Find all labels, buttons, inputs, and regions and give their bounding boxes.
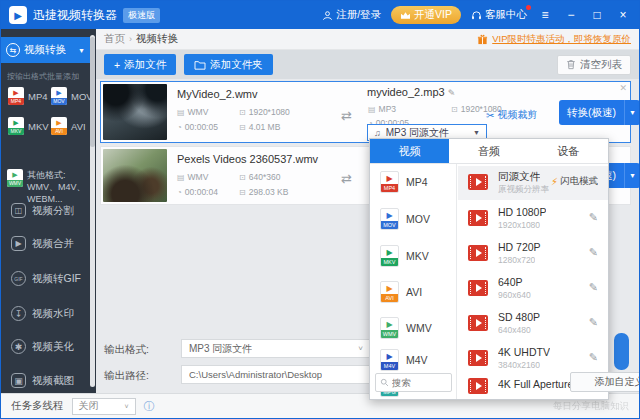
other-formats-file-icon: ▶WMV <box>7 169 23 187</box>
vip-promo-link[interactable]: VIP限时特惠活动，即将恢复原价 <box>477 33 631 46</box>
minimize-button[interactable]: − <box>563 8 579 22</box>
preset-sd-480p[interactable]: SD 480P 640x480 ✎ <box>458 307 608 341</box>
lightning-icon: ⚡ <box>551 176 558 187</box>
sidebar-format-mp4[interactable]: ▶MP4 MP4 <box>8 87 48 105</box>
app-logo-icon: ▶ <box>9 6 27 24</box>
merge-icon: ▶ <box>11 236 26 251</box>
output-path-field[interactable]: C:\Users\Administrator\Desktop <box>181 365 371 384</box>
sidebar-item-video-convert[interactable]: ⇆ 视频转换 ▼ <box>1 37 90 63</box>
file-1-source-size: ⊟4.01 MB <box>239 122 280 132</box>
preset-640p[interactable]: 640P 960x640 ✎ <box>458 272 608 306</box>
user-icon <box>322 10 333 21</box>
tab-audio[interactable]: 音频 <box>449 139 528 163</box>
file-2-source-resolution: ⊡640*360 <box>239 172 280 182</box>
video-trim-button[interactable]: ✂ 视频裁剪 <box>486 108 537 122</box>
resolution-icon: ⊡ <box>451 105 458 114</box>
breadcrumb-home[interactable]: 首页 <box>104 32 125 46</box>
format-item-wmv[interactable]: ▶WMV WMV <box>380 317 432 339</box>
format-item-m4v[interactable]: ▶M4V M4V <box>380 349 428 371</box>
convert-button[interactable]: 转换(极速) ▼ <box>559 100 640 125</box>
video-preset-icon <box>468 174 488 190</box>
sidebar-scrollbar-thumb[interactable] <box>90 37 95 147</box>
add-folder-button[interactable]: 添加文件夹 <box>184 54 273 75</box>
music-note-icon: ♫ <box>374 128 381 138</box>
clear-list-button[interactable]: 清空列表 <box>557 55 631 75</box>
add-custom-preset-button[interactable]: 添加自定义设置 <box>570 372 640 392</box>
output-format-select[interactable]: MP3 同源文件 ˅ <box>181 339 371 358</box>
list-toolbar: + 添加文件 添加文件夹 清空列表 <box>96 50 639 79</box>
sidebar-format-mov[interactable]: ▶MOV MOV <box>51 87 93 105</box>
rename-icon[interactable]: ✎ <box>448 88 456 98</box>
resolution-icon: ⊡ <box>239 108 246 117</box>
format-item-avi[interactable]: ▶AVI AVI <box>380 281 422 303</box>
info-icon[interactable]: ⓘ <box>144 399 155 414</box>
edit-preset-icon[interactable]: ✎ <box>589 211 598 224</box>
sidebar-item-video-to-gif[interactable]: GIF 视频转GIF <box>11 271 81 286</box>
file-2-source-name: Pexels Videos 2360537.wmv <box>177 153 362 165</box>
format-search[interactable] <box>375 373 452 392</box>
file-2-source-size: ⊟298.03 KB <box>239 187 288 197</box>
preset-4k-uhdtv[interactable]: 4K UHDTV 3840x2160 ✎ <box>458 342 608 376</box>
clock-icon: ◔ <box>177 188 182 197</box>
preset-hd-720p[interactable]: HD 720P 1280x720 ✎ <box>458 237 608 271</box>
breadcrumb-separator: › <box>129 34 132 44</box>
remove-file-icon[interactable]: ✕ <box>619 83 627 93</box>
list-scrollbar-thumb[interactable] <box>614 333 629 370</box>
close-button[interactable]: × <box>615 8 631 22</box>
edit-preset-icon[interactable]: ✎ <box>589 351 598 364</box>
sidebar-item-video-split[interactable]: ◫ 视频分割 <box>11 203 74 218</box>
size-icon: ⊟ <box>239 123 246 132</box>
gift-icon <box>477 34 488 45</box>
avi-file-icon: ▶AVI <box>380 281 399 303</box>
sidebar-section-label: 按输出格式批量添加 <box>7 71 79 82</box>
preset-same-source[interactable]: 同源文件 原视频分辨率 ⚡闪电模式 ✎ <box>458 166 608 200</box>
add-file-button[interactable]: + 添加文件 <box>104 54 176 75</box>
file-row-1[interactable]: MyVideo_2.wmv ▤WMV ⊡1920*1080 ◔00:00:05 … <box>100 81 631 143</box>
edit-preset-icon[interactable]: ✎ <box>589 175 598 188</box>
sidebar-item-video-watermark[interactable]: ↧ 视频水印 <box>11 306 74 321</box>
avi-file-icon: ▶AVI <box>51 117 67 135</box>
file-2-source-duration: ◔00:00:04 <box>177 187 218 197</box>
edit-preset-icon[interactable]: ✎ <box>589 281 598 294</box>
sidebar-item-video-snapshot[interactable]: ▣ 视频截图 <box>11 373 74 388</box>
format-item-mp4[interactable]: ▶MP4 MP4 <box>380 171 428 193</box>
snapshot-icon: ▣ <box>11 373 26 388</box>
sidebar-item-video-beautify[interactable]: ✱ 视频美化 <box>11 339 74 354</box>
multithread-select[interactable]: 关闭 ˅ <box>72 398 136 415</box>
open-vip-button[interactable]: 开通VIP <box>391 6 461 24</box>
plus-icon: + <box>114 59 120 71</box>
breadcrumb: 首页 › 视频转换 VIP限时特惠活动，即将恢复原价 <box>96 29 639 50</box>
titlebar: ▶ 迅捷视频转换器 极速版 注册/登录 开通VIP 客服中心 ≡ − □ × <box>1 1 639 29</box>
sidebar-format-mkv[interactable]: ▶MKV MKV <box>8 117 49 135</box>
tab-device[interactable]: 设备 <box>529 139 608 163</box>
sidebar-format-avi[interactable]: ▶AVI AVI <box>51 117 86 135</box>
app-title: 迅捷视频转换器 <box>33 7 117 24</box>
format-icon: ▤ <box>177 173 185 182</box>
sidebar-item-video-merge[interactable]: ▶ 视频合并 <box>11 236 74 251</box>
preset-list: 同源文件 原视频分辨率 ⚡闪电模式 ✎ HD 1080P 1920x1080 ✎… <box>458 164 608 399</box>
file-1-source-duration: ◔00:00:05 <box>177 122 218 132</box>
video-preset-icon <box>468 210 488 226</box>
convert-options-arrow[interactable]: ▼ <box>624 100 640 125</box>
convert-options-arrow[interactable]: ▼ <box>624 163 640 188</box>
login-button[interactable]: 注册/登录 <box>322 8 381 22</box>
app-window: ▶ 迅捷视频转换器 极速版 注册/登录 开通VIP 客服中心 ≡ − □ × <box>0 0 640 419</box>
notification-dot <box>526 5 531 10</box>
mp4-file-icon: ▶MP4 <box>8 87 24 105</box>
preset-hd-1080p[interactable]: HD 1080P 1920x1080 ✎ <box>458 202 608 236</box>
video-preset-icon <box>468 378 488 394</box>
resolution-icon: ⊡ <box>239 173 246 182</box>
menu-icon[interactable]: ≡ <box>537 8 553 22</box>
file-2-thumbnail <box>103 149 167 202</box>
format-icon: ▤ <box>368 105 376 114</box>
edit-preset-icon[interactable]: ✎ <box>589 316 598 329</box>
output-format-label: 输出格式: <box>104 343 149 357</box>
format-item-mkv[interactable]: ▶MKV MKV <box>380 245 429 267</box>
sidebar-other-formats[interactable]: ▶WMV 其他格式: WMV、M4V、WEBM... <box>7 169 89 205</box>
search-input[interactable] <box>392 377 442 388</box>
format-item-mov[interactable]: ▶MOV MOV <box>380 208 430 230</box>
tab-video[interactable]: 视频 <box>370 139 449 163</box>
support-button[interactable]: 客服中心 <box>471 8 527 22</box>
edit-preset-icon[interactable]: ✎ <box>589 246 598 259</box>
maximize-button[interactable]: □ <box>589 8 605 22</box>
